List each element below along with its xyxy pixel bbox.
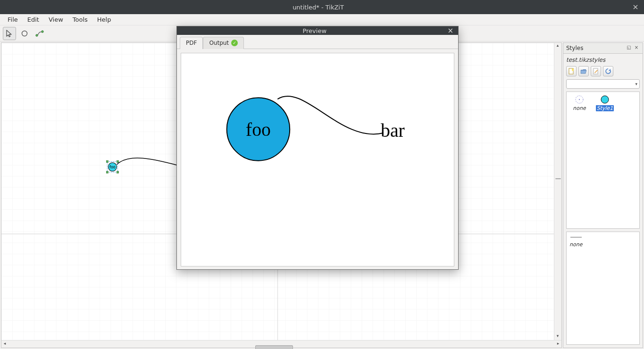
window-title: untitled* - TikZiT — [5, 4, 632, 11]
style-category-combo[interactable]: ▾ — [566, 79, 640, 89]
canvas-vertical-scrollbar[interactable]: ▴ ▾ — [554, 43, 561, 340]
preview-foo-label: foo — [246, 119, 271, 140]
scroll-up-icon: ▴ — [554, 43, 561, 50]
svg-rect-10 — [106, 171, 108, 173]
canvas-node-foo-label: foo — [109, 165, 116, 169]
scroll-right-icon: ▸ — [555, 341, 561, 348]
edge-style-none-label: none — [569, 241, 582, 248]
node-style-list[interactable]: none Style1 — [566, 91, 640, 229]
new-file-icon — [568, 68, 575, 75]
node-style-none[interactable]: none — [569, 95, 589, 111]
node-style-style1[interactable]: Style1 — [595, 95, 615, 111]
styles-panel: Styles ◱ × test.tikzstyles — [563, 42, 643, 348]
menu-help[interactable]: Help — [92, 15, 116, 25]
scroll-down-icon: ▾ — [554, 333, 561, 340]
menu-file[interactable]: File — [3, 15, 23, 25]
node-style-style1-label: Style1 — [596, 105, 614, 111]
svg-rect-8 — [106, 161, 108, 163]
edge-icon — [35, 29, 44, 38]
menu-view[interactable]: View — [44, 15, 68, 25]
circle-icon — [20, 29, 29, 38]
menu-tools[interactable]: Tools — [68, 15, 92, 25]
preview-bar-label: bar — [381, 120, 405, 141]
refresh-styles-button[interactable] — [603, 66, 613, 76]
preview-tab-pdf[interactable]: PDF — [180, 37, 203, 49]
svg-point-13 — [572, 69, 574, 71]
preview-dialog: Preview × PDF Output ✓ foo bar — [176, 26, 459, 270]
scroll-thumb-horizontal[interactable] — [255, 345, 293, 349]
preview-tabs: PDF Output ✓ — [177, 35, 458, 49]
scroll-left-icon: ◂ — [1, 341, 8, 348]
panel-float-button[interactable]: ◱ — [626, 45, 632, 51]
check-ok-icon: ✓ — [231, 40, 238, 46]
pencil-icon — [593, 68, 599, 75]
svg-point-1 — [36, 34, 38, 36]
svg-point-2 — [42, 30, 43, 32]
styles-panel-header: Styles ◱ × — [563, 42, 643, 54]
styles-panel-title: Styles — [566, 45, 583, 51]
preview-content: foo bar — [177, 49, 458, 270]
canvas-node-foo[interactable]: foo — [106, 161, 118, 174]
edit-style-file-button[interactable] — [591, 66, 601, 76]
preview-title: Preview — [182, 27, 447, 34]
panel-close-button[interactable]: × — [633, 45, 640, 51]
cursor-icon — [5, 29, 14, 38]
chevron-down-icon: ▾ — [635, 82, 637, 86]
refresh-icon — [605, 68, 611, 75]
edge-none-icon — [569, 235, 583, 240]
preview-close-button[interactable]: × — [447, 26, 453, 35]
preview-tab-pdf-label: PDF — [186, 40, 197, 46]
style-file-label: test.tikzstyles — [566, 57, 640, 63]
scroll-thumb-vertical[interactable] — [555, 178, 561, 179]
canvas-horizontal-scrollbar[interactable]: ◂ ▸ — [1, 340, 561, 348]
node-style-none-label: none — [573, 105, 585, 111]
edge-style-list[interactable]: none — [566, 232, 640, 345]
select-tool-button[interactable] — [3, 27, 16, 40]
none-swatch-icon — [575, 95, 584, 104]
preview-tab-output-label: Output — [209, 40, 229, 46]
main-titlebar: untitled* - TikZiT × — [0, 0, 644, 14]
svg-point-16 — [579, 99, 580, 100]
svg-rect-9 — [117, 161, 118, 163]
style-toolbar — [566, 66, 640, 76]
preview-pdf-page[interactable]: foo bar — [181, 53, 454, 266]
preview-titlebar[interactable]: Preview × — [177, 26, 458, 35]
edge-tool-button[interactable] — [33, 27, 46, 40]
svg-rect-11 — [117, 171, 118, 173]
svg-point-0 — [22, 31, 27, 36]
window-close-button[interactable]: × — [632, 3, 639, 11]
new-style-file-button[interactable] — [566, 66, 577, 76]
open-style-file-button[interactable] — [578, 66, 589, 76]
node-tool-button[interactable] — [18, 27, 31, 40]
preview-render-svg: foo bar — [181, 53, 454, 266]
folder-open-icon — [580, 68, 587, 75]
svg-rect-14 — [594, 68, 598, 74]
style1-swatch-icon — [600, 95, 610, 104]
preview-tab-output[interactable]: Output ✓ — [203, 37, 244, 49]
menu-edit[interactable]: Edit — [23, 15, 44, 25]
edge-style-none[interactable]: none — [569, 235, 589, 248]
svg-point-17 — [601, 96, 609, 103]
menu-bar: File Edit View Tools Help — [0, 14, 644, 25]
styles-panel-body: test.tikzstyles — [563, 54, 643, 348]
